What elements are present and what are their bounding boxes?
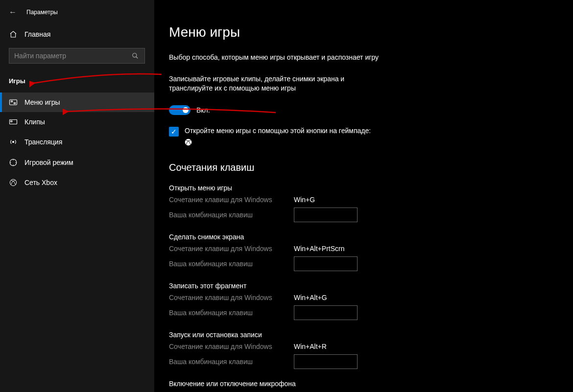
- shortcut-start-stop-recording: Запуск или остановка записи Сочетание кл…: [169, 331, 573, 369]
- sidebar-item-broadcasting[interactable]: Трансляция: [0, 132, 154, 152]
- toggle-row: Вкл.: [169, 105, 573, 115]
- shortcuts-heading: Сочетания клавиш: [169, 162, 573, 173]
- shortcut-title: Сделать снимок экрана: [169, 233, 573, 241]
- home-icon: [9, 30, 18, 38]
- shortcut-input[interactable]: [294, 305, 358, 320]
- xbox-icon: [9, 179, 18, 186]
- shortcut-win-label: Сочетание клавиш для Windows: [169, 294, 294, 301]
- shortcut-value: Win+G: [294, 196, 315, 204]
- description-1: Выбор способа, которым меню игры открыва…: [169, 53, 380, 63]
- svg-point-10: [185, 138, 192, 145]
- shortcut-win-label: Сочетание клавиш для Windows: [169, 196, 294, 204]
- svg-rect-2: [10, 100, 17, 105]
- svg-point-7: [13, 141, 14, 143]
- shortcut-input[interactable]: [294, 354, 358, 369]
- controller-checkbox[interactable]: ✓: [169, 127, 179, 137]
- sidebar-home-label: Главная: [24, 30, 50, 38]
- shortcut-input[interactable]: [294, 256, 358, 271]
- broadcast-icon: [9, 138, 18, 146]
- shortcut-record-that: Записать этот фрагмент Сочетание клавиш …: [169, 282, 573, 320]
- svg-rect-4: [14, 103, 16, 104]
- search-box[interactable]: [9, 48, 145, 64]
- shortcut-win-label: Сочетание клавиш для Windows: [169, 245, 294, 253]
- shortcut-custom-label: Ваша комбинация клавиш: [169, 211, 294, 219]
- toggle-state-label: Вкл.: [196, 106, 210, 114]
- shortcut-win-label: Сочетание клавиш для Windows: [169, 343, 294, 350]
- svg-line-1: [136, 57, 138, 59]
- shortcut-title: Открыть меню игры: [169, 184, 573, 192]
- sidebar-item-label: Трансляция: [24, 138, 62, 146]
- shortcut-custom-label: Ваша комбинация клавиш: [169, 358, 294, 366]
- checkbox-label: Откройте меню игры с помощью этой кнопки…: [185, 127, 371, 135]
- shortcut-input[interactable]: [294, 208, 358, 222]
- window-title: Параметры: [26, 9, 58, 16]
- svg-point-0: [133, 53, 137, 57]
- sidebar-item-label: Клипы: [24, 118, 45, 126]
- sidebar-home[interactable]: Главная: [0, 25, 154, 43]
- captures-icon: [9, 118, 18, 125]
- shortcut-custom-label: Ваша комбинация клавиш: [169, 260, 294, 268]
- main-content: Меню игры Выбор способа, которым меню иг…: [154, 0, 573, 392]
- shortcut-screenshot: Сделать снимок экрана Сочетание клавиш д…: [169, 233, 573, 271]
- shortcut-title: Записать этот фрагмент: [169, 282, 573, 290]
- sidebar-section-title: Игры: [0, 72, 154, 92]
- xbox-button-icon: [185, 138, 573, 147]
- shortcut-value: Win+Alt+G: [294, 294, 327, 301]
- sidebar-item-label: Игровой режим: [24, 159, 73, 166]
- shortcut-title: Запуск или остановка записи: [169, 331, 573, 339]
- checkbox-row: ✓ Откройте меню игры с помощью этой кноп…: [169, 127, 414, 137]
- shortcut-open-game-bar: Открыть меню игры Сочетание клавиш для W…: [169, 184, 573, 222]
- shortcut-mic-title: Включение или отключение микрофона: [169, 380, 573, 388]
- description-2: Записывайте игровые клипы, делайте снимк…: [169, 74, 380, 93]
- shortcut-value: Win+Alt+R: [294, 343, 327, 350]
- sidebar-item-game-mode[interactable]: Игровой режим: [0, 152, 154, 173]
- sidebar-item-label: Сеть Xbox: [24, 179, 57, 186]
- page-title: Меню игры: [169, 24, 573, 40]
- svg-rect-6: [11, 121, 12, 122]
- titlebar: ← Параметры: [0, 5, 154, 25]
- shortcut-value: Win+Alt+PrtScrn: [294, 245, 344, 253]
- sidebar-item-game-bar[interactable]: Меню игры: [0, 92, 154, 112]
- svg-rect-3: [11, 101, 13, 102]
- sidebar: ← Параметры Главная Игры Меню игры Клипы…: [0, 0, 154, 392]
- sidebar-item-label: Меню игры: [24, 98, 60, 106]
- shortcut-custom-label: Ваша комбинация клавиш: [169, 309, 294, 317]
- sidebar-item-captures[interactable]: Клипы: [0, 112, 154, 132]
- sidebar-item-xbox-networking[interactable]: Сеть Xbox: [0, 173, 154, 192]
- game-bar-icon: [9, 99, 18, 106]
- back-arrow-icon[interactable]: ←: [9, 8, 17, 17]
- game-mode-icon: [9, 158, 18, 167]
- search-input[interactable]: [14, 52, 131, 60]
- game-bar-toggle[interactable]: [169, 105, 191, 115]
- search-icon: [131, 52, 140, 59]
